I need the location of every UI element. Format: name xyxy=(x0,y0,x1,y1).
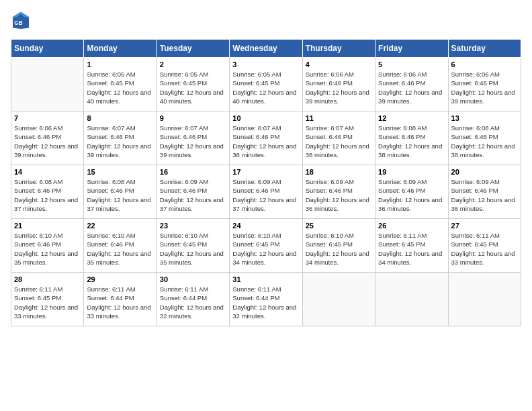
day-number: 2 xyxy=(160,60,226,68)
calendar-cell: 6Sunrise: 6:06 AMSunset: 6:46 PMDaylight… xyxy=(448,58,521,111)
day-number: 30 xyxy=(160,275,226,283)
calendar-cell: 21Sunrise: 6:10 AMSunset: 6:46 PMDayligh… xyxy=(11,219,84,273)
sunrise-text: Sunrise: 6:05 AM xyxy=(87,70,153,79)
calendar-cell: 3Sunrise: 6:05 AMSunset: 6:45 PMDaylight… xyxy=(230,58,302,111)
day-number: 26 xyxy=(378,222,445,230)
daylight-text: Daylight: 12 hours and 40 minutes. xyxy=(160,88,226,106)
calendar-week-5: 28Sunrise: 6:11 AMSunset: 6:45 PMDayligh… xyxy=(11,273,521,326)
calendar-cell: 26Sunrise: 6:11 AMSunset: 6:45 PMDayligh… xyxy=(375,219,448,273)
sunrise-text: Sunrise: 6:08 AM xyxy=(87,177,153,186)
daylight-text: Daylight: 12 hours and 38 minutes. xyxy=(306,142,372,160)
day-info: Sunrise: 6:10 AMSunset: 6:45 PMDaylight:… xyxy=(306,231,372,267)
day-info: Sunrise: 6:11 AMSunset: 6:44 PMDaylight:… xyxy=(160,285,226,320)
sunrise-text: Sunrise: 6:10 AM xyxy=(160,231,226,240)
calendar-table: SundayMondayTuesdayWednesdayThursdayFrid… xyxy=(11,39,521,326)
sunrise-text: Sunrise: 6:10 AM xyxy=(87,231,153,240)
calendar-cell: 10Sunrise: 6:07 AMSunset: 6:46 PMDayligh… xyxy=(230,111,302,165)
sunset-text: Sunset: 6:45 PM xyxy=(306,240,372,248)
calendar-cell: 25Sunrise: 6:10 AMSunset: 6:45 PMDayligh… xyxy=(302,219,375,273)
calendar-cell: 31Sunrise: 6:11 AMSunset: 6:44 PMDayligh… xyxy=(230,273,302,326)
calendar-cell: 29Sunrise: 6:11 AMSunset: 6:44 PMDayligh… xyxy=(84,273,157,326)
sunset-text: Sunset: 6:46 PM xyxy=(306,132,372,141)
day-info: Sunrise: 6:07 AMSunset: 6:46 PMDaylight:… xyxy=(160,124,226,159)
calendar-week-1: 1Sunrise: 6:05 AMSunset: 6:45 PMDaylight… xyxy=(11,58,521,111)
day-info: Sunrise: 6:08 AMSunset: 6:46 PMDaylight:… xyxy=(14,177,81,213)
daylight-text: Daylight: 12 hours and 37 minutes. xyxy=(160,195,226,214)
sunset-text: Sunset: 6:46 PM xyxy=(306,186,372,195)
daylight-text: Daylight: 12 hours and 36 minutes. xyxy=(378,195,445,214)
day-info: Sunrise: 6:07 AMSunset: 6:46 PMDaylight:… xyxy=(87,124,153,159)
sunset-text: Sunset: 6:44 PM xyxy=(232,293,299,302)
daylight-text: Daylight: 12 hours and 39 minutes. xyxy=(87,142,153,160)
sunrise-text: Sunrise: 6:08 AM xyxy=(451,124,518,132)
calendar-cell: 22Sunrise: 6:10 AMSunset: 6:46 PMDayligh… xyxy=(84,219,157,273)
sunset-text: Sunset: 6:46 PM xyxy=(306,79,372,87)
day-info: Sunrise: 6:05 AMSunset: 6:45 PMDaylight:… xyxy=(232,70,299,105)
daylight-text: Daylight: 12 hours and 39 minutes. xyxy=(306,88,372,106)
sunset-text: Sunset: 6:44 PM xyxy=(87,293,153,302)
day-number: 24 xyxy=(232,222,299,230)
calendar-body: 1Sunrise: 6:05 AMSunset: 6:45 PMDaylight… xyxy=(11,58,521,326)
sunrise-text: Sunrise: 6:09 AM xyxy=(378,177,445,186)
daylight-text: Daylight: 12 hours and 37 minutes. xyxy=(14,195,81,214)
calendar-header: SundayMondayTuesdayWednesdayThursdayFrid… xyxy=(11,40,521,58)
sunset-text: Sunset: 6:46 PM xyxy=(232,132,299,141)
sunset-text: Sunset: 6:46 PM xyxy=(14,132,81,141)
sunrise-text: Sunrise: 6:11 AM xyxy=(87,285,153,293)
calendar-cell: 18Sunrise: 6:09 AMSunset: 6:46 PMDayligh… xyxy=(302,165,375,219)
day-number: 9 xyxy=(160,114,226,122)
calendar-cell: 11Sunrise: 6:07 AMSunset: 6:46 PMDayligh… xyxy=(302,111,375,165)
sunset-text: Sunset: 6:45 PM xyxy=(160,240,226,248)
day-number: 10 xyxy=(232,114,299,122)
day-number: 13 xyxy=(451,114,518,122)
day-info: Sunrise: 6:09 AMSunset: 6:46 PMDaylight:… xyxy=(160,177,226,213)
calendar-cell: 27Sunrise: 6:11 AMSunset: 6:45 PMDayligh… xyxy=(448,219,521,273)
day-number: 8 xyxy=(87,114,153,122)
daylight-text: Daylight: 12 hours and 35 minutes. xyxy=(87,249,153,267)
sunrise-text: Sunrise: 6:09 AM xyxy=(451,177,518,186)
day-info: Sunrise: 6:09 AMSunset: 6:46 PMDaylight:… xyxy=(232,177,299,213)
sunrise-text: Sunrise: 6:09 AM xyxy=(306,177,372,186)
day-number: 23 xyxy=(160,222,226,230)
day-number: 21 xyxy=(14,222,81,230)
daylight-text: Daylight: 12 hours and 32 minutes. xyxy=(160,303,226,321)
calendar-cell: 7Sunrise: 6:06 AMSunset: 6:46 PMDaylight… xyxy=(11,111,84,165)
daylight-text: Daylight: 12 hours and 36 minutes. xyxy=(451,195,518,214)
weekday-header-thursday: Thursday xyxy=(302,40,375,58)
sunset-text: Sunset: 6:46 PM xyxy=(378,132,445,141)
calendar-cell: 19Sunrise: 6:09 AMSunset: 6:46 PMDayligh… xyxy=(375,165,448,219)
calendar-cell: 23Sunrise: 6:10 AMSunset: 6:45 PMDayligh… xyxy=(157,219,229,273)
logo: GB xyxy=(11,11,34,31)
daylight-text: Daylight: 12 hours and 39 minutes. xyxy=(451,88,518,106)
sunset-text: Sunset: 6:45 PM xyxy=(451,240,518,248)
day-number: 19 xyxy=(378,168,445,176)
day-number: 4 xyxy=(306,60,372,68)
sunrise-text: Sunrise: 6:10 AM xyxy=(232,231,299,240)
daylight-text: Daylight: 12 hours and 33 minutes. xyxy=(14,303,81,321)
calendar-cell: 14Sunrise: 6:08 AMSunset: 6:46 PMDayligh… xyxy=(11,165,84,219)
sunset-text: Sunset: 6:45 PM xyxy=(232,240,299,248)
page-header: GB xyxy=(11,11,521,31)
calendar-cell: 4Sunrise: 6:06 AMSunset: 6:46 PMDaylight… xyxy=(302,58,375,111)
sunset-text: Sunset: 6:46 PM xyxy=(232,186,299,195)
day-info: Sunrise: 6:07 AMSunset: 6:46 PMDaylight:… xyxy=(232,124,299,159)
day-info: Sunrise: 6:09 AMSunset: 6:46 PMDaylight:… xyxy=(451,177,518,213)
day-number: 14 xyxy=(14,168,81,176)
day-number: 3 xyxy=(232,60,299,68)
day-number: 16 xyxy=(160,168,226,176)
sunrise-text: Sunrise: 6:07 AM xyxy=(160,124,226,132)
sunrise-text: Sunrise: 6:06 AM xyxy=(14,124,81,132)
calendar-cell: 20Sunrise: 6:09 AMSunset: 6:46 PMDayligh… xyxy=(448,165,521,219)
calendar-cell: 16Sunrise: 6:09 AMSunset: 6:46 PMDayligh… xyxy=(157,165,229,219)
day-number: 5 xyxy=(378,60,445,68)
daylight-text: Daylight: 12 hours and 39 minutes. xyxy=(14,142,81,160)
sunrise-text: Sunrise: 6:11 AM xyxy=(160,285,226,293)
sunset-text: Sunset: 6:46 PM xyxy=(378,79,445,87)
sunrise-text: Sunrise: 6:06 AM xyxy=(451,70,518,79)
calendar-cell: 1Sunrise: 6:05 AMSunset: 6:45 PMDaylight… xyxy=(84,58,157,111)
daylight-text: Daylight: 12 hours and 35 minutes. xyxy=(160,249,226,267)
calendar-week-3: 14Sunrise: 6:08 AMSunset: 6:46 PMDayligh… xyxy=(11,165,521,219)
sunrise-text: Sunrise: 6:05 AM xyxy=(160,70,226,79)
daylight-text: Daylight: 12 hours and 38 minutes. xyxy=(451,142,518,160)
daylight-text: Daylight: 12 hours and 40 minutes. xyxy=(87,88,153,106)
